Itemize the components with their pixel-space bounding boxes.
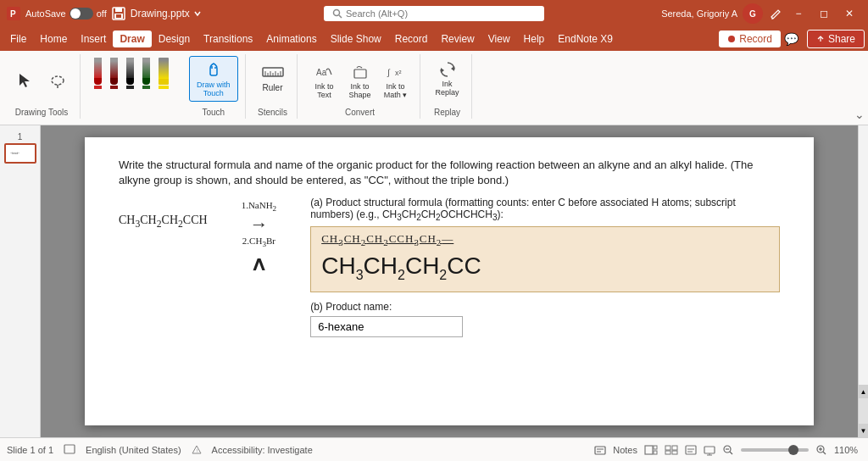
menu-record[interactable]: Record	[388, 31, 435, 47]
draw-with-touch-label: Draw withTouch	[197, 81, 231, 97]
chevron-down-icon[interactable]	[193, 9, 202, 18]
ruler-icon	[261, 59, 285, 83]
highlighter-color-bar	[159, 86, 169, 89]
menu-file[interactable]: File	[3, 31, 33, 47]
scroll-down-arrow[interactable]: ▼	[859, 424, 869, 437]
search-input[interactable]	[346, 8, 532, 19]
svg-rect-3	[115, 8, 122, 12]
svg-text:!: !	[196, 448, 198, 453]
menu-slideshow[interactable]: Slide Show	[324, 31, 388, 47]
pen-icon[interactable]	[770, 7, 783, 20]
minimize-button[interactable]: −	[787, 2, 810, 25]
menu-endnote[interactable]: EndNote X9	[551, 31, 620, 47]
menu-review[interactable]: Review	[434, 31, 481, 47]
save-icon[interactable]	[112, 7, 125, 20]
reading-view-icon[interactable]	[685, 444, 697, 456]
pen-red-button[interactable]	[91, 56, 105, 91]
highlighter-icon	[159, 58, 169, 85]
product-name-input[interactable]	[310, 316, 463, 337]
ribbon-collapse-button[interactable]: ⌄	[854, 108, 865, 121]
accessibility-label[interactable]: Accessibility: Investigate	[212, 445, 313, 455]
replay-icon	[437, 59, 458, 80]
pen-green-button[interactable]	[139, 56, 153, 91]
pen-green-icon	[142, 58, 150, 85]
notes-icon[interactable]	[594, 444, 606, 456]
menu-home[interactable]: Home	[33, 31, 74, 47]
comment-button[interactable]: 💬	[781, 31, 802, 47]
grid-view-icon[interactable]	[665, 444, 678, 456]
zoom-in-icon[interactable]	[815, 444, 827, 456]
autosave-toggle[interactable]	[70, 8, 93, 19]
share-icon	[816, 35, 825, 43]
search-icon	[332, 8, 342, 19]
svg-rect-40	[672, 446, 677, 450]
record-button[interactable]: Record	[719, 31, 781, 47]
ruler-button[interactable]: Ruler	[256, 56, 290, 96]
pen-row	[91, 56, 172, 91]
touch-icon	[203, 60, 224, 81]
share-button[interactable]: Share	[807, 30, 865, 48]
highlighter-button[interactable]	[155, 56, 172, 91]
ink-to-text-label: Ink toText	[315, 82, 334, 99]
scroll-up-arrow[interactable]: ▲	[859, 385, 869, 398]
menu-animations[interactable]: Animations	[259, 31, 323, 47]
reaction-formula-text: CH3CH2CH2CCH	[119, 214, 208, 226]
notes-label[interactable]: Notes	[613, 445, 637, 455]
draw-with-touch-button[interactable]: Draw withTouch	[189, 56, 238, 102]
pen-green-color-bar	[142, 86, 150, 89]
normal-view-icon[interactable]	[644, 444, 658, 456]
presenter-view-icon[interactable]	[704, 444, 715, 456]
pen-black-button[interactable]	[123, 56, 137, 91]
svg-line-55	[823, 452, 826, 454]
pen-darkred-button[interactable]	[107, 56, 121, 91]
svg-rect-46	[704, 447, 715, 453]
slide-content: Write the structural formula and name of…	[85, 137, 814, 425]
menu-transitions[interactable]: Transitions	[197, 31, 259, 47]
autosave-area: AutoSave off	[25, 8, 107, 19]
svg-point-12	[52, 76, 64, 85]
part-a-label: (a) Product structural formula (formatti…	[310, 197, 780, 222]
select-button[interactable]	[10, 69, 41, 94]
replay-label: Replay	[434, 108, 460, 117]
svg-rect-23	[354, 69, 366, 78]
svg-text:P: P	[10, 9, 16, 19]
ink-to-math-icon: ∫ x²	[387, 64, 405, 82]
menu-view[interactable]: View	[481, 31, 517, 47]
ruler-label: Ruler	[263, 83, 283, 92]
lasso-button[interactable]	[42, 69, 73, 94]
svg-rect-37	[654, 446, 657, 449]
menu-design[interactable]: Design	[152, 31, 197, 47]
pen-red-color-bar	[94, 86, 102, 89]
title-bar-left: P AutoSave off Drawing.pptx	[7, 7, 202, 20]
scroll-track[interactable]	[859, 398, 869, 424]
caret-symbol: ʌ	[253, 252, 264, 275]
formula-box[interactable]: CH3CH2CH2CCH3CH2— CH3CH2CH2CC	[310, 226, 780, 292]
menu-help[interactable]: Help	[517, 31, 552, 47]
menu-insert[interactable]: Insert	[74, 31, 113, 47]
svg-point-6	[334, 10, 340, 16]
ink-replay-button[interactable]: InkReplay	[431, 56, 465, 100]
pen-red-icon	[94, 58, 102, 85]
ink-to-math-button[interactable]: ∫ x² Ink toMath ▾	[379, 60, 413, 103]
handwritten-formula: CH3CH2CH2CC	[321, 248, 769, 286]
language-label[interactable]: English (United States)	[86, 445, 181, 455]
lasso-icon	[48, 72, 67, 91]
svg-point-9	[728, 36, 735, 42]
zoom-slider[interactable]	[741, 448, 809, 452]
zoom-level[interactable]: 110%	[834, 445, 861, 455]
main-area: 1 ~text~ Write the structural formula an…	[0, 125, 868, 437]
slide-text: Write the structural formula and name of…	[119, 158, 780, 188]
menu-draw[interactable]: Draw	[113, 31, 151, 47]
ribbon: Drawing Tools	[0, 51, 868, 125]
ink-to-shape-button[interactable]: Ink toShape	[343, 60, 377, 103]
slide-thumbnail[interactable]: ~text~	[4, 143, 36, 164]
restore-button[interactable]: ◻	[812, 2, 836, 25]
svg-rect-43	[686, 446, 696, 454]
zoom-out-icon[interactable]	[722, 444, 734, 456]
slide-info: Slide 1 of 1	[7, 445, 53, 455]
warning-icon: !	[192, 445, 202, 455]
search-area	[324, 6, 544, 21]
close-button[interactable]: ✕	[837, 2, 861, 25]
title-bar: P AutoSave off Drawing.pptx	[0, 0, 868, 27]
ink-to-text-button[interactable]: Aa Ink toText	[308, 60, 342, 103]
